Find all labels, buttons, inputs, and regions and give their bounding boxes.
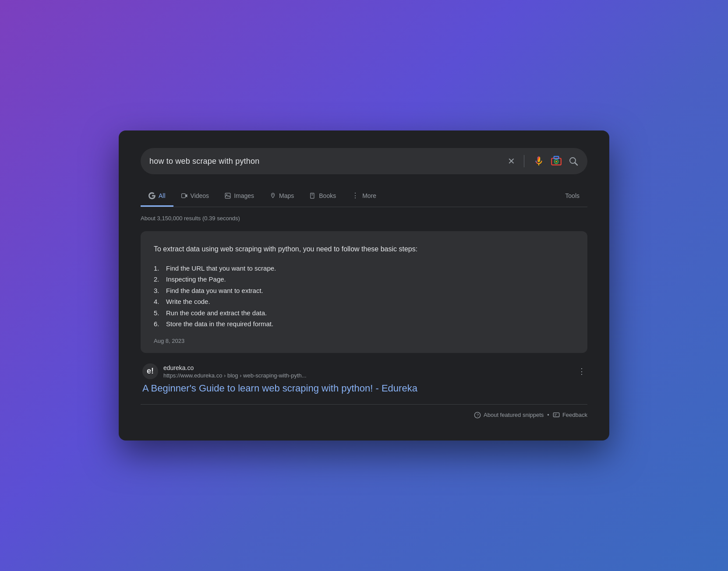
tab-books[interactable]: Books	[302, 188, 344, 207]
more-dots-icon: ⋮	[352, 191, 359, 200]
tab-all[interactable]: All	[141, 188, 173, 207]
feedback-label: Feedback	[562, 412, 587, 418]
about-snippets-label: About featured snippets	[484, 412, 544, 418]
source-info: edureka.co https://www.edureka.co › blog…	[163, 364, 573, 379]
maps-icon	[270, 193, 276, 199]
snippet-list-item: 3.Find the data you want to extract.	[154, 285, 574, 296]
search-icon[interactable]	[568, 156, 579, 166]
search-input[interactable]: how to web scrape with python	[149, 157, 508, 166]
svg-rect-6	[181, 194, 185, 197]
featured-snippet: To extract data using web scraping with …	[141, 231, 587, 353]
tab-maps[interactable]: Maps	[262, 188, 302, 207]
snippet-date: Aug 8, 2023	[154, 338, 574, 344]
divider	[524, 155, 524, 167]
browser-window: how to web scrape with python ✕	[119, 130, 609, 440]
source-result: e! edureka.co https://www.edureka.co › b…	[141, 363, 587, 395]
tools-button[interactable]: Tools	[557, 188, 587, 205]
source-more-icon[interactable]: ⋮	[578, 367, 586, 376]
snippet-list: 1.Find the URL that you want to scrape.2…	[154, 263, 574, 330]
snippet-list-item: 2.Inspecting the Page.	[154, 274, 574, 285]
tab-more-label: More	[362, 192, 376, 199]
books-icon	[310, 193, 316, 199]
results-count: About 3,150,000 results (0.39 seconds)	[141, 215, 587, 222]
source-favicon: e!	[142, 363, 158, 379]
images-icon	[225, 193, 231, 199]
snippet-list-item: 1.Find the URL that you want to scrape.	[154, 263, 574, 274]
google-g-icon	[148, 192, 155, 199]
source-url: https://www.edureka.co › blog › web-scra…	[163, 372, 573, 379]
search-bar-icons: ✕	[508, 155, 579, 167]
svg-point-10	[272, 194, 273, 195]
videos-icon	[181, 193, 187, 199]
tab-all-label: All	[159, 192, 166, 199]
tab-more[interactable]: ⋮ More	[344, 187, 384, 207]
tab-images[interactable]: Images	[217, 188, 262, 207]
source-header: e! edureka.co https://www.edureka.co › b…	[142, 363, 586, 379]
svg-rect-16	[553, 412, 559, 416]
feedback-icon	[553, 412, 560, 419]
svg-text:?: ?	[477, 413, 479, 417]
svg-rect-11	[311, 193, 314, 198]
svg-marker-7	[185, 194, 187, 197]
svg-rect-1	[554, 156, 559, 159]
nav-tabs: All Videos Images Maps	[141, 187, 587, 207]
question-icon: ?	[474, 412, 481, 419]
tab-images-label: Images	[234, 192, 254, 199]
separator-dot: •	[547, 412, 549, 418]
bottom-bar: ? About featured snippets • Feedback	[141, 404, 587, 419]
tab-books-label: Books	[319, 192, 336, 199]
snippet-intro: To extract data using web scraping with …	[154, 243, 574, 255]
snippet-list-item: 4.Write the code.	[154, 296, 574, 307]
tab-maps-label: Maps	[279, 192, 294, 199]
source-name: edureka.co	[163, 364, 573, 373]
feedback-button[interactable]: Feedback	[553, 412, 587, 419]
tab-videos-label: Videos	[191, 192, 209, 199]
microphone-icon[interactable]	[533, 155, 544, 167]
lens-icon[interactable]	[551, 155, 562, 167]
tab-videos[interactable]: Videos	[173, 188, 217, 207]
svg-line-5	[575, 163, 578, 166]
clear-icon[interactable]: ✕	[508, 156, 515, 166]
svg-point-3	[555, 161, 557, 162]
about-snippets-button[interactable]: ? About featured snippets	[474, 412, 544, 419]
snippet-list-item: 6.Store the data in the required format.	[154, 318, 574, 330]
result-title[interactable]: A Beginner's Guide to learn web scraping…	[142, 383, 417, 394]
search-bar: how to web scrape with python ✕	[141, 148, 587, 174]
snippet-list-item: 5.Run the code and extract the data.	[154, 307, 574, 319]
